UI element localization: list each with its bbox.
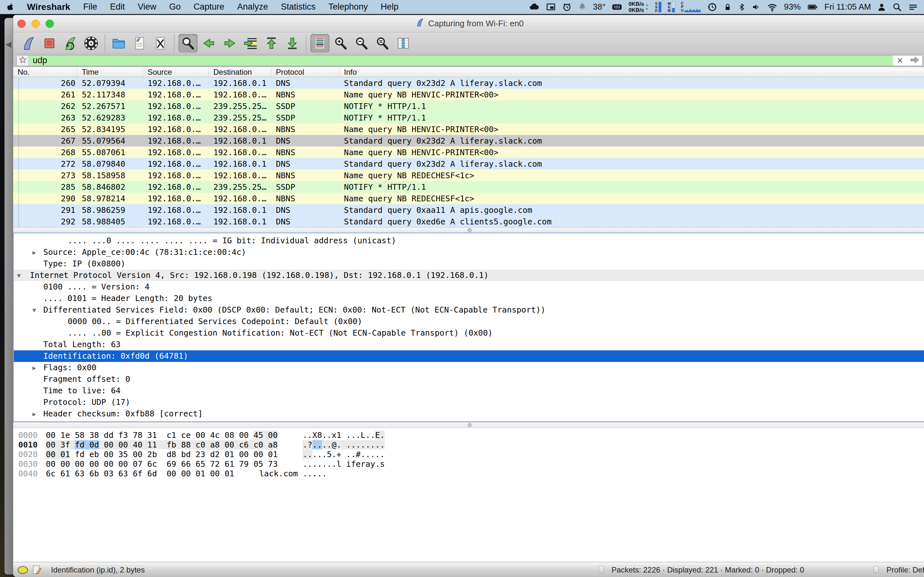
packet-row-290[interactable]: 29058.978214192.168.0.…192.168.0.…NBNSNa…	[13, 193, 924, 204]
apple-menu-icon[interactable]	[6, 2, 14, 12]
details-hex-splitter[interactable]	[13, 422, 924, 428]
packet-row-263[interactable]: 26352.629283192.168.0.…239.255.25…SSDPNO…	[13, 112, 924, 123]
detail-line[interactable]: ▶Header checksum: 0xfb88 [correct]	[14, 408, 924, 420]
alarm-clock-icon[interactable]	[562, 2, 572, 12]
open-file-button[interactable]	[109, 34, 128, 53]
column-header-info[interactable]: Info	[339, 67, 924, 77]
save-file-button[interactable]	[130, 34, 149, 53]
hex-line[interactable]: 002000 01 fd eb 00 35 00 2b d8 bd 23 d2 …	[13, 450, 924, 459]
column-header-no[interactable]: No.	[13, 67, 78, 77]
capture-options-button[interactable]	[81, 34, 101, 53]
title-bar[interactable]: Capturing from Wi-Fi: en0	[13, 15, 924, 32]
column-header-time[interactable]: Time	[78, 67, 143, 77]
packet-row-261[interactable]: 26152.117348192.168.0.…192.168.0.…NBNSNa…	[13, 89, 924, 100]
spotlight-icon[interactable]	[892, 2, 902, 12]
menubar-clock[interactable]: Fri 11:05 AM	[825, 2, 871, 12]
menu-capture[interactable]: Capture	[194, 2, 224, 12]
colorize-button[interactable]	[310, 34, 330, 53]
ssd-meter[interactable]: SSD	[655, 2, 662, 13]
cloud-icon[interactable]	[529, 2, 540, 12]
apply-filter-button[interactable]	[907, 55, 922, 66]
packet-row-262[interactable]: 26252.267571192.168.0.…239.255.25…SSDPNO…	[13, 100, 924, 112]
bluetooth-icon[interactable]	[738, 2, 746, 12]
packet-row-265[interactable]: 26552.834195192.168.0.…192.168.0.…NBNSNa…	[13, 123, 924, 135]
detail-line[interactable]: .... ..00 = Explicit Congestion Notifica…	[14, 327, 924, 339]
detail-line[interactable]: ▼Differentiated Services Field: 0x00 (DS…	[14, 304, 924, 316]
battery-icon[interactable]	[807, 2, 819, 12]
packet-row-291[interactable]: 29158.986259192.168.0.…192.168.0.1DNSSta…	[13, 204, 924, 216]
restart-capture-button[interactable]	[61, 34, 80, 53]
column-header-protocol[interactable]: Protocol	[271, 67, 339, 77]
go-last-button[interactable]	[283, 34, 302, 53]
go-first-button[interactable]	[262, 34, 281, 53]
go-to-packet-button[interactable]	[241, 34, 260, 53]
hex-line[interactable]: 000000 1e 58 38 dd f3 78 31 c1 ce 00 4c …	[13, 430, 924, 440]
packet-row-267[interactable]: 26755.079564192.168.0.…192.168.0.1DNSSta…	[13, 135, 924, 147]
menu-statistics[interactable]: Statistics	[281, 2, 315, 12]
packet-list-details-splitter[interactable]	[13, 227, 924, 232]
menu-wireshark[interactable]: Wireshark	[27, 2, 70, 12]
hex-line[interactable]: 00406c 61 63 6b 03 63 6f 6d 00 00 01 00 …	[13, 469, 924, 479]
detail-line[interactable]: Protocol: UDP (17)	[14, 396, 924, 408]
detail-line[interactable]: .... ...0 .... .... .... .... = IG bit: …	[14, 235, 924, 247]
packet-row-268[interactable]: 26855.087061192.168.0.…192.168.0.…NBNSNa…	[13, 147, 924, 158]
menu-analyze[interactable]: Analyze	[237, 2, 268, 12]
detail-line[interactable]: Total Length: 63	[14, 339, 924, 350]
packet-row-285[interactable]: 28558.846802192.168.0.…239.255.25…SSDPNO…	[13, 181, 924, 193]
zoom-reset-button[interactable]	[373, 34, 392, 53]
packet-row-273[interactable]: 27358.158958192.168.0.…192.168.0.…NBNSNa…	[13, 169, 924, 181]
expand-right-icon[interactable]: ▶	[32, 408, 36, 420]
display-filter-input[interactable]: udp	[29, 55, 893, 66]
clear-filter-button[interactable]: ×	[893, 55, 907, 66]
close-file-button[interactable]	[151, 34, 170, 53]
menu-view[interactable]: View	[137, 2, 156, 12]
detail-line[interactable]: 0000 00.. = Differentiated Services Code…	[14, 316, 924, 327]
expand-down-icon[interactable]: ▼	[32, 304, 36, 316]
detail-line[interactable]: Type: IP (0x0800)	[14, 258, 924, 269]
screen-sharing-icon[interactable]	[546, 2, 556, 12]
notification-center-icon[interactable]	[908, 2, 918, 12]
time-machine-icon[interactable]	[707, 2, 717, 12]
go-forward-button[interactable]	[220, 34, 239, 53]
detail-line[interactable]: ▼Internet Protocol Version 4, Src: 192.1…	[14, 269, 924, 281]
column-header-source[interactable]: Source	[143, 67, 209, 77]
go-back-button[interactable]	[199, 34, 218, 53]
column-header-destination[interactable]: Destination	[209, 67, 271, 77]
expert-info-led-icon[interactable]	[18, 566, 28, 574]
detail-line[interactable]: Source: 192.168.0.198 (192.168.0.198)	[14, 420, 924, 422]
detail-line[interactable]: Identification: 0xfd0d (64781)	[14, 350, 924, 362]
user-icon[interactable]	[877, 2, 886, 12]
stop-capture-button[interactable]	[40, 34, 59, 53]
find-packet-button[interactable]	[178, 34, 198, 53]
hex-line[interactable]: 001000 3f fd 0d 00 00 40 11 fb 88 c0 a8 …	[13, 440, 924, 450]
expand-right-icon[interactable]: ▶	[32, 362, 36, 374]
packet-row-272[interactable]: 27258.079840192.168.0.…192.168.0.1DNSSta…	[13, 158, 924, 169]
detail-line[interactable]: ▶Flags: 0x00	[14, 362, 924, 374]
battery-percent[interactable]: 93%	[784, 2, 800, 12]
mem-meter[interactable]: MEM	[668, 2, 675, 13]
zoom-in-button[interactable]	[331, 34, 351, 53]
expand-right-icon[interactable]: ▶	[32, 247, 36, 258]
menu-telephony[interactable]: Telephony	[328, 2, 368, 12]
packet-row-260[interactable]: 26052.079394192.168.0.…192.168.0.1DNSSta…	[13, 77, 924, 89]
keyboard-icon[interactable]	[612, 2, 622, 12]
volume-icon[interactable]	[752, 2, 761, 12]
temperature-indicator[interactable]: 38°	[593, 2, 606, 12]
capture-comment-icon[interactable]	[32, 565, 42, 577]
lock-icon[interactable]	[724, 2, 732, 12]
detail-line[interactable]: Time to live: 64	[14, 385, 924, 396]
resize-columns-button[interactable]	[394, 34, 413, 53]
notifications-muted-icon[interactable]	[578, 2, 587, 12]
cpu-meter[interactable]: CPU	[681, 2, 701, 12]
expand-down-icon[interactable]: ▼	[17, 269, 21, 281]
wifi-icon[interactable]	[767, 2, 778, 12]
profile-text[interactable]: Profile: Default	[887, 562, 924, 577]
start-capture-button[interactable]	[19, 34, 38, 53]
menu-go[interactable]: Go	[169, 2, 181, 12]
menu-file[interactable]: File	[83, 2, 97, 12]
menu-edit[interactable]: Edit	[110, 2, 125, 12]
detail-line[interactable]: 0100 .... = Version: 4	[14, 281, 924, 293]
menu-help[interactable]: Help	[381, 2, 399, 12]
network-throughput-meter[interactable]: 0KB/s0KB/s▲▼	[628, 1, 649, 13]
zoom-out-button[interactable]	[352, 34, 371, 53]
